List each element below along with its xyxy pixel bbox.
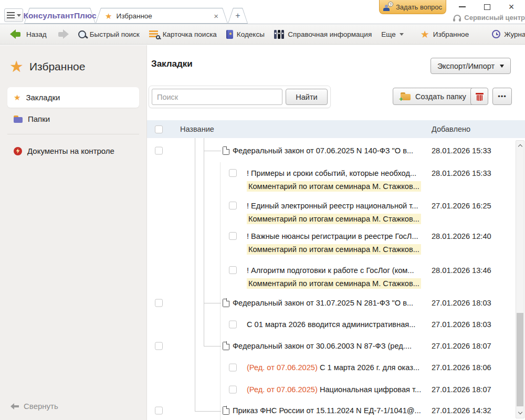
bookmark-row[interactable]: (Ред. от 07.06.2025) Национальная цифров… <box>147 379 525 400</box>
row-subtitle: Комментарий по итогам семинара М. Стажко… <box>247 181 421 192</box>
quick-search-label: Быстрый поиск <box>90 30 140 38</box>
new-tab-button[interactable]: + <box>228 8 248 24</box>
folder-icon <box>14 116 23 123</box>
row-checkbox[interactable] <box>155 147 163 155</box>
create-folder-label: Создать папку <box>415 92 466 101</box>
bookmark-row[interactable]: ! Примеры и сроки событий, которые необх… <box>147 163 525 196</box>
document-icon <box>223 299 229 307</box>
close-icon: × <box>509 2 514 12</box>
search-input[interactable] <box>152 89 282 105</box>
find-label: Найти <box>296 93 317 101</box>
row-checkbox[interactable] <box>155 342 163 350</box>
more-menu-button[interactable]: Еще <box>376 24 408 44</box>
favorites-button[interactable]: Избранное <box>416 24 474 44</box>
row-date: 27.01.2026 18:06 <box>432 362 491 373</box>
edition-prefix: (Ред. от 07.06.2025) <box>247 385 320 394</box>
select-all-checkbox[interactable] <box>155 125 163 133</box>
collapse-sidebar-button[interactable]: Свернуть <box>10 402 58 411</box>
sidebar-item-documents-on-control[interactable]: Документы на контроле <box>7 141 139 161</box>
search-icon <box>78 30 86 38</box>
row-title: Приказ ФНС России от 15.11.2024 N ЕД-7-1… <box>233 405 421 416</box>
row-title: ! Примеры и сроки событий, которые необх… <box>247 168 416 178</box>
journal-button[interactable]: Журнал <box>487 24 525 44</box>
delete-button[interactable] <box>470 88 488 105</box>
scroll-up-icon[interactable] <box>518 144 522 149</box>
star-icon <box>421 29 429 39</box>
bookmark-row[interactable]: С 01 марта 2026 вводится административна… <box>147 313 525 335</box>
main-content: Закладки Экспорт/Импорт Найти Создать па… <box>147 45 525 420</box>
codes-button[interactable]: Кодексы <box>222 24 269 44</box>
reference-info-button[interactable]: Справочная информация <box>269 24 376 44</box>
app-logo: КонсультантПлюс <box>23 11 96 20</box>
tab-title: Избранное <box>116 12 152 20</box>
quick-search-button[interactable]: Быстрый поиск <box>74 24 144 44</box>
page-title: Закладки <box>151 59 193 69</box>
create-folder-button[interactable]: Создать папку <box>393 88 474 105</box>
back-label: Назад <box>26 30 47 38</box>
sidebar-title: Избранное <box>9 59 146 75</box>
row-checkbox[interactable] <box>229 266 237 274</box>
row-title: С 01 марта 2026 вводится административна… <box>247 319 415 330</box>
minimize-button[interactable] <box>456 2 468 12</box>
bookmark-row[interactable]: ! Важные нюансы регистрации в реестре Го… <box>147 226 525 260</box>
export-import-label: Экспорт/Импорт <box>437 62 495 70</box>
service-center-link[interactable]: Сервисный центр <box>454 14 525 22</box>
row-title: ! Важные нюансы регистрации в реестре Го… <box>247 231 418 242</box>
row-checkbox[interactable] <box>229 320 237 328</box>
logo-tab[interactable]: КонсультантПлюс <box>24 8 96 24</box>
close-window-button[interactable]: × <box>505 2 518 12</box>
sidebar: Избранное Закладки Папки Документы на ко… <box>0 45 147 420</box>
row-title: (Ред. от 07.06.2025) Национальная цифров… <box>247 384 421 395</box>
star-icon <box>105 12 112 20</box>
codes-label: Кодексы <box>237 30 265 38</box>
column-name: Название <box>180 125 214 133</box>
ask-question-button[interactable]: ? Задать вопрос <box>379 0 446 14</box>
search-card-button[interactable]: Карточка поиска <box>144 24 222 44</box>
row-checkbox[interactable] <box>229 364 237 372</box>
maximize-button[interactable] <box>481 2 494 12</box>
control-icon <box>14 147 22 155</box>
document-row[interactable]: Приказ ФНС России от 15.11.2024 N ЕД-7-1… <box>147 400 525 420</box>
table-header: Название Добавлено <box>147 120 525 138</box>
maximize-icon <box>484 4 490 10</box>
document-row[interactable]: Федеральный закон от 30.06.2003 N 87-ФЗ … <box>147 335 525 356</box>
row-subtitle: Комментарий по итогам семинара М. Стажко… <box>247 244 421 255</box>
menu-button[interactable] <box>4 8 23 22</box>
export-import-button[interactable]: Экспорт/Импорт <box>430 58 511 74</box>
row-checkbox[interactable] <box>229 202 237 209</box>
scrollbar-thumb[interactable] <box>517 313 523 406</box>
forward-button[interactable] <box>51 24 74 44</box>
star-icon <box>9 59 24 75</box>
row-checkbox[interactable] <box>229 232 237 240</box>
back-button[interactable]: Назад <box>5 24 51 44</box>
row-date: 27.01.2026 18:07 <box>432 341 491 351</box>
bookmark-row[interactable]: (Ред. от 07.06.2025) С 1 марта 2026 г. д… <box>147 356 525 379</box>
tab-favorites[interactable]: Избранное × <box>96 8 228 24</box>
tab-close-icon[interactable]: × <box>214 12 218 20</box>
document-row[interactable]: Федеральный закон от 31.07.2025 N 281-ФЗ… <box>147 292 525 313</box>
service-center-label: Сервисный центр <box>464 14 525 22</box>
sidebar-menu: Закладки Папки Документы на контроле <box>0 87 146 161</box>
star-icon <box>14 93 20 101</box>
more-actions-button[interactable]: ••• <box>492 88 512 105</box>
row-checkbox[interactable] <box>229 385 237 393</box>
document-icon <box>223 406 229 415</box>
more-label: Еще <box>381 30 395 38</box>
find-button[interactable]: Найти <box>286 89 328 105</box>
chevron-down-icon <box>400 33 404 36</box>
bookmark-row[interactable]: ! Единый электронный реестр национальной… <box>147 196 525 226</box>
table-rows: Федеральный закон от 07.06.2025 N 140-ФЗ… <box>147 138 525 420</box>
sidebar-item-label: Папки <box>28 114 50 123</box>
row-checkbox[interactable] <box>155 406 163 414</box>
row-checkbox[interactable] <box>155 299 163 307</box>
scroll-down-icon[interactable] <box>518 410 522 414</box>
bookmark-row[interactable]: ! Алгоритм подготовки к работе с ГосЛог … <box>147 260 525 292</box>
binders-icon <box>274 30 285 39</box>
collapse-label: Свернуть <box>24 402 58 411</box>
sidebar-item-bookmarks[interactable]: Закладки <box>7 87 139 108</box>
sidebar-item-folders[interactable]: Папки <box>7 109 139 129</box>
document-row[interactable]: Федеральный закон от 07.06.2025 N 140-ФЗ… <box>147 138 525 163</box>
row-checkbox[interactable] <box>229 169 237 177</box>
vertical-scrollbar[interactable] <box>516 140 524 418</box>
clock-icon <box>492 30 500 38</box>
